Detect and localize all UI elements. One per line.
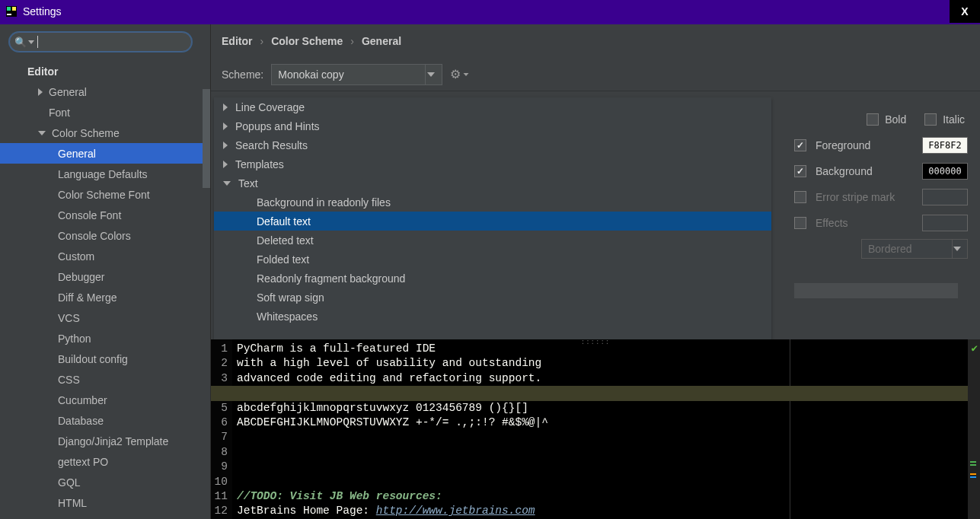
chevron-right-icon	[223, 123, 228, 130]
sidebar-item-label: Color Scheme Font	[58, 189, 150, 201]
scheme-row: Scheme: Monokai copy ⚙	[211, 58, 980, 91]
sidebar-item-python[interactable]: Python	[0, 328, 210, 349]
sidebar-item-cucumber[interactable]: Cucumber	[0, 390, 210, 410]
sidebar-item-django-jinja2-template[interactable]: Django/Jinja2 Template	[0, 431, 210, 451]
tree-group-line-coverage[interactable]: Line Coverage	[214, 97, 771, 116]
tree-item-whitespaces[interactable]: Whitespaces	[214, 307, 771, 326]
sidebar-item-custom[interactable]: Custom	[0, 246, 210, 266]
tree-item-readonly-fragment-background[interactable]: Readonly fragment background	[214, 269, 771, 288]
sidebar-item-label: Buildout config	[58, 353, 128, 365]
tree-item-background-in-readonly-files[interactable]: Background in readonly files	[214, 193, 771, 212]
sidebar-item-color-scheme-font[interactable]: Color Scheme Font	[0, 184, 210, 205]
tree-group-label: Search Results	[235, 139, 308, 151]
preview-editor[interactable]: :::::: 123456789101112 PyCharm is a full…	[211, 339, 980, 519]
foreground-checkbox[interactable]	[794, 139, 806, 151]
tree-item-default-text[interactable]: Default text	[214, 212, 771, 231]
scheme-gear-button[interactable]: ⚙	[450, 67, 476, 81]
sidebar-item-label: Console Font	[58, 209, 121, 221]
tree-group-text[interactable]: Text	[214, 174, 771, 193]
italic-checkbox[interactable]	[924, 113, 937, 126]
tree-item-deleted-text[interactable]: Deleted text	[214, 231, 771, 250]
sidebar-item-console-font[interactable]: Console Font	[0, 205, 210, 225]
bold-checkbox[interactable]	[867, 113, 879, 126]
sidebar-item-label: General	[58, 148, 96, 160]
foreground-label: Foreground	[816, 139, 870, 151]
effects-checkbox[interactable]	[794, 217, 806, 229]
chevron-down-icon	[223, 181, 231, 186]
sidebar-item-label: Django/Jinja2 Template	[58, 435, 168, 447]
chevron-down-icon	[464, 72, 469, 75]
sidebar-item-diff-merge[interactable]: Diff & Merge	[0, 287, 210, 307]
tree-group-popups-and-hints[interactable]: Popups and Hints	[214, 116, 771, 135]
line-number: 5	[211, 401, 228, 416]
sidebar-item-css[interactable]: CSS	[0, 369, 210, 390]
code-line	[237, 386, 980, 400]
sidebar-item-general[interactable]: General	[0, 143, 210, 164]
sidebar-item-console-colors[interactable]: Console Colors	[0, 225, 210, 246]
sidebar-item-buildout-config[interactable]: Buildout config	[0, 349, 210, 369]
sidebar-item-gettext-po[interactable]: gettext PO	[0, 451, 210, 472]
tree-group-search-results[interactable]: Search Results	[214, 135, 771, 154]
breadcrumb-color-scheme[interactable]: Color Scheme	[271, 35, 343, 47]
breadcrumb-general[interactable]: General	[362, 35, 401, 47]
tree-group-label: Line Coverage	[235, 101, 305, 113]
line-number: 7	[211, 430, 228, 444]
sidebar-item-color-scheme[interactable]: Color Scheme	[0, 123, 210, 143]
scheme-dropdown[interactable]: Monokai copy	[271, 64, 442, 85]
search-input[interactable]: 🔍	[9, 32, 192, 52]
sidebar-item-debugger[interactable]: Debugger	[0, 266, 210, 287]
error-stripe-checkbox[interactable]	[794, 191, 806, 203]
sidebar-scrollbar[interactable]	[203, 89, 210, 188]
sidebar-item-general[interactable]: General	[0, 81, 210, 102]
sidebar-item-label: General	[49, 86, 87, 98]
background-color-swatch[interactable]: 000000	[922, 163, 968, 180]
tree-group-label: Text	[238, 177, 258, 189]
foreground-color-swatch[interactable]: F8F8F2	[922, 137, 968, 154]
code-text: JetBrains Home Page:	[237, 505, 376, 517]
sidebar-item-label: VCS	[58, 312, 80, 324]
sidebar-item-html[interactable]: HTML	[0, 492, 210, 513]
error-stripe-color-swatch[interactable]	[922, 189, 968, 205]
breadcrumb: Editor › Color Scheme › General	[211, 24, 980, 58]
scheme-label: Scheme:	[222, 68, 263, 81]
sidebar-item-label: Color Scheme	[52, 127, 120, 139]
effects-label: Effects	[816, 217, 848, 229]
titlebar: Settings X	[0, 0, 980, 23]
attribute-tree[interactable]: Line CoveragePopups and HintsSearch Resu…	[214, 97, 771, 339]
background-checkbox[interactable]	[794, 165, 806, 177]
sidebar-heading-editor[interactable]: Editor	[0, 61, 210, 81]
code-line	[237, 430, 980, 444]
sidebar-tree[interactable]: Editor GeneralFontColor SchemeGeneralLan…	[0, 55, 210, 519]
sidebar-item-label: Python	[58, 333, 91, 345]
sidebar-item-label: Font	[49, 107, 70, 119]
breadcrumb-editor[interactable]: Editor	[222, 35, 252, 47]
sidebar-heading-label: Editor	[27, 65, 58, 78]
sidebar-item-language-defaults[interactable]: Language Defaults	[0, 164, 210, 184]
close-button[interactable]: X	[950, 0, 980, 23]
sidebar-item-label: Debugger	[58, 271, 105, 283]
tree-item-label: Readonly fragment background	[257, 272, 405, 285]
hyperlink[interactable]: http://www.jetbrains.com	[376, 505, 535, 517]
sidebar-item-vcs[interactable]: VCS	[0, 307, 210, 328]
error-stripe-label: Error stripe mark	[816, 191, 895, 203]
sidebar-item-font[interactable]: Font	[0, 102, 210, 123]
search-icon: 🔍	[14, 37, 27, 48]
line-number: 12	[211, 504, 228, 518]
effects-color-swatch[interactable]	[922, 215, 968, 231]
tree-item-label: Default text	[257, 215, 311, 228]
tree-item-soft-wrap-sign[interactable]: Soft wrap sign	[214, 288, 771, 307]
tree-group-templates[interactable]: Templates	[214, 154, 771, 174]
search-filter-caret-icon[interactable]	[28, 40, 34, 44]
sidebar-item-gql[interactable]: GQL	[0, 472, 210, 492]
effects-dd-value: Bordered	[868, 243, 912, 255]
sidebar-item-database[interactable]: Database	[0, 410, 210, 431]
workarea: 🔍 Editor GeneralFontColor SchemeGeneralL…	[0, 23, 980, 519]
effects-type-dropdown[interactable]: Bordered	[861, 239, 968, 259]
tree-item-label: Background in readonly files	[257, 196, 391, 209]
code-area[interactable]: PyCharm is a full-featured IDEwith a hig…	[232, 339, 980, 519]
tree-item-folded-text[interactable]: Folded text	[214, 250, 771, 269]
tree-item-label: Soft wrap sign	[257, 291, 324, 304]
code-line	[237, 475, 980, 489]
line-number: 9	[211, 460, 228, 474]
dropdown-arrow-icon[interactable]	[425, 65, 442, 84]
